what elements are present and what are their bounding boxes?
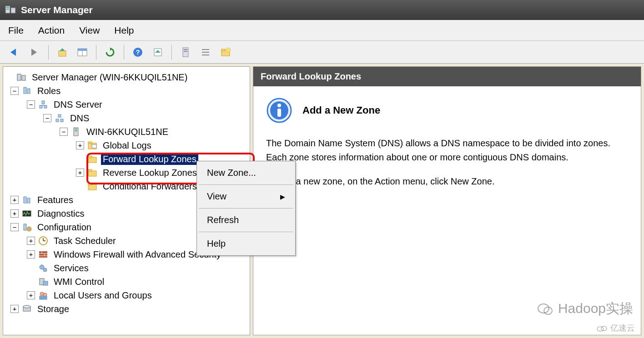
watermark-text: 亿速云 [610,323,635,333]
svg-rect-20 [17,74,21,80]
svg-point-68 [277,104,281,107]
collapse-icon[interactable]: − [10,223,19,231]
menu-view[interactable]: View [79,25,100,36]
tree-label: Conditional Forwarders [101,181,199,192]
menu-new-zone[interactable]: New Zone... [198,163,294,183]
folder-icon [87,154,98,164]
expand-icon[interactable]: + [27,250,35,258]
svg-rect-24 [42,101,45,104]
info-row: Add a New Zone [266,97,628,124]
tree-host[interactable]: − WIN-6KKUQIL51NE [5,125,248,139]
menu-help[interactable]: Help [114,25,134,36]
tree-storage[interactable]: + Storage [5,302,248,316]
tree-global-logs[interactable]: + Global Logs [5,139,248,152]
menu-help[interactable]: Help [198,234,294,254]
collapse-icon[interactable]: − [10,87,19,95]
svg-rect-44 [24,197,26,203]
svg-rect-63 [40,296,47,299]
menu-separator [199,184,293,185]
tree-dns[interactable]: − DNS [5,111,248,125]
svg-rect-42 [88,184,96,190]
expand-icon[interactable]: + [10,196,19,204]
watermark: Hadoop实操 [537,299,633,318]
tree-label: DNS Server [52,99,104,110]
tree-label: Server Manager (WIN-6KKUQIL51NE) [30,72,189,83]
svg-point-70 [538,304,549,313]
tree-root[interactable]: Server Manager (WIN-6KKUQIL51NE) [5,70,248,84]
tree-label: Diagnostics [35,208,86,219]
collapse-icon[interactable]: − [60,128,68,136]
properties-button[interactable] [177,44,194,60]
dns-server-icon [38,99,49,109]
content-paragraph: The Domain Name System (DNS) allows a DN… [266,136,628,164]
tree-services[interactable]: Services [5,261,248,275]
svg-point-65 [23,305,30,308]
app-icon [5,4,16,16]
tree-dns-server[interactable]: − DNS Server [5,98,248,111]
collapse-icon[interactable]: − [27,100,35,109]
menu-view[interactable]: View▶ [198,187,294,206]
up-button[interactable] [54,44,70,60]
tree-wmi[interactable]: WMI Control [5,275,248,288]
content-body: Add a New Zone The Domain Name System (D… [253,86,641,199]
toolbar: ? [0,41,644,64]
submenu-arrow-icon: ▶ [280,193,285,200]
expand-icon[interactable]: + [10,305,19,313]
expand-icon[interactable]: + [27,291,35,299]
export-button[interactable] [150,44,166,60]
tree-label: Task Scheduler [52,235,118,247]
svg-rect-12 [184,49,187,50]
tree-local-users[interactable]: + Local Users and Groups [5,288,248,302]
watermark-secondary: 亿速云 [596,323,635,333]
tree-label-selected: Forward Lookup Zones [101,154,198,165]
svg-rect-26 [44,105,47,108]
toolbar-separator [171,45,172,60]
menu-refresh[interactable]: Refresh [198,210,294,230]
svg-rect-39 [88,156,92,158]
svg-rect-33 [75,129,77,129]
tree-label: Roles [35,85,62,97]
collapse-icon[interactable]: − [43,114,51,122]
svg-rect-6 [78,49,87,51]
expand-icon[interactable]: + [76,169,84,177]
folder-icon [87,168,98,178]
expand-icon[interactable]: + [76,141,84,149]
users-icon [38,290,49,300]
tree-label: Storage [35,303,71,315]
refresh-button[interactable] [102,44,118,60]
menu-action[interactable]: Action [38,25,65,36]
configuration-icon [21,222,32,232]
svg-rect-13 [184,51,187,52]
content-paragraph: To add a new zone, on the Action menu, c… [266,174,628,189]
svg-rect-21 [22,75,25,80]
menu-separator [199,232,293,232]
expand-icon[interactable]: + [27,237,35,245]
menu-item-label: Refresh [207,215,239,225]
forward-button[interactable] [26,44,43,60]
folder-icon [87,181,98,191]
storage-icon [21,304,32,314]
features-icon [21,195,32,205]
back-button[interactable] [6,44,23,60]
context-menu: New Zone... View▶ Refresh Help [196,161,296,256]
dns-icon [54,113,65,123]
info-title: Add a New Zone [302,103,380,118]
svg-rect-31 [60,119,63,122]
diagnostics-icon [21,209,32,219]
list-button[interactable] [197,44,214,60]
svg-rect-18 [221,49,225,51]
firewall-icon [38,249,49,259]
titlebar: Server Manager [0,0,644,20]
new-folder-button[interactable] [217,44,234,60]
menu-item-label: New Zone... [207,168,256,178]
show-hide-button[interactable] [74,44,91,60]
menu-item-label: View [207,191,226,202]
tree-roles[interactable]: − Roles [5,84,248,98]
help-button[interactable]: ? [130,44,146,60]
menu-file[interactable]: File [8,25,24,36]
expand-icon[interactable]: + [10,209,19,218]
svg-rect-36 [88,142,92,144]
logs-icon [87,140,98,150]
wechat-icon [537,302,553,316]
tree-label: Reverse Lookup Zones [101,167,199,179]
